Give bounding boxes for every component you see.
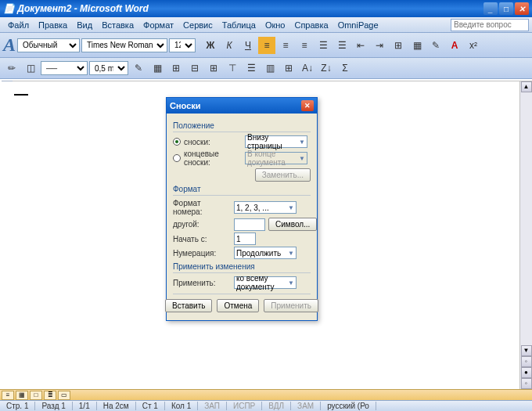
tables-toolbar: ✏ ◫ ── 0,5 пт ✎ ▦ ⊞ ⊟ ⊞ ⊤ ☰ ▥ ⊞ A↓ Z↓ Σ	[0, 58, 532, 79]
menu-file[interactable]: Файл	[3, 19, 34, 31]
bulleted-list-button[interactable]: ☰	[333, 37, 350, 54]
menu-tools[interactable]: Сервис	[178, 19, 217, 31]
sort-desc-button[interactable]: Z↓	[318, 59, 335, 77]
align-left-button[interactable]: ≡	[258, 37, 275, 54]
align-right-button[interactable]: ≡	[296, 37, 313, 54]
next-page-button[interactable]: ◦	[521, 378, 532, 389]
menu-format[interactable]: Формат	[138, 19, 178, 31]
start-at-spinner[interactable]: 1	[234, 233, 256, 245]
scroll-up-button[interactable]: ▲	[521, 81, 532, 92]
align-top-button[interactable]: ⊤	[224, 59, 241, 77]
custom-mark-label: другой:	[173, 220, 231, 229]
minimize-button[interactable]: _	[483, 2, 498, 15]
menubar: Файл Правка Вид Вставка Формат Сервис Та…	[0, 17, 532, 33]
status-section: Разд 1	[35, 402, 72, 410]
italic-button[interactable]: К	[221, 37, 238, 54]
print-view-button[interactable]: □	[30, 391, 42, 400]
line-weight-select[interactable]: 0,5 пт	[89, 61, 128, 75]
chevron-down-icon: ▼	[299, 139, 305, 146]
menu-table[interactable]: Таблица	[217, 19, 261, 31]
numbered-list-button[interactable]: ☰	[315, 37, 332, 54]
eraser-button[interactable]: ◫	[22, 59, 39, 77]
bold-button[interactable]: Ж	[202, 37, 219, 54]
style-pane-icon[interactable]: A	[3, 34, 16, 56]
browse-object-button[interactable]: ●	[521, 367, 532, 378]
numbering-label: Нумерация:	[173, 249, 231, 258]
outline-view-button[interactable]: ≣	[44, 391, 56, 400]
menu-edit[interactable]: Правка	[34, 19, 72, 31]
borders-button[interactable]: ▦	[408, 37, 426, 54]
numbering-combo[interactable]: Продолжить▼	[234, 247, 297, 259]
endnotes-radio-label[interactable]: концевые сноски:	[184, 150, 242, 167]
decrease-indent-button[interactable]: ⇤	[352, 37, 369, 54]
chevron-down-icon: ▼	[288, 250, 294, 257]
sort-asc-button[interactable]: A↓	[299, 59, 316, 77]
shading-button[interactable]: ▦	[149, 59, 166, 77]
size-select[interactable]: 12	[169, 38, 196, 52]
endnotes-radio[interactable]	[173, 154, 181, 162]
apply-to-combo[interactable]: ко всему документу▼	[234, 276, 297, 289]
status-ovr[interactable]: ЗАМ	[291, 402, 321, 410]
status-col: Кол 1	[165, 402, 198, 410]
insert-table-button[interactable]: ⊞	[167, 59, 185, 77]
highlight-button[interactable]: ✎	[427, 37, 444, 54]
maximize-button[interactable]: □	[499, 2, 513, 15]
cursor-mark	[14, 94, 28, 96]
dialog-titlebar[interactable]: Сноски ✕	[167, 98, 317, 114]
style-select[interactable]: Обычный	[17, 38, 80, 52]
footnotes-location-combo[interactable]: Внизу страницы▼	[245, 135, 307, 148]
web-view-button[interactable]: ▦	[16, 391, 28, 400]
start-at-label: Начать с:	[173, 235, 231, 243]
view-bar: ≡ ▦ □ ≣ ▭	[0, 389, 532, 400]
status-bar: Стр. 1 Разд 1 1/1 На 2см Ст 1 Кол 1 ЗАП …	[0, 400, 532, 411]
underline-button[interactable]: Ч	[239, 37, 257, 54]
chevron-down-icon: ▼	[288, 204, 294, 211]
status-lang[interactable]: русский (Ро	[321, 402, 376, 410]
menu-insert[interactable]: Вставка	[97, 19, 138, 31]
normal-view-button[interactable]: ≡	[2, 391, 14, 400]
reading-view-button[interactable]: ▭	[58, 391, 70, 400]
number-format-combo[interactable]: 1, 2, 3, ...▼	[234, 201, 297, 214]
increase-indent-button[interactable]: ⇥	[371, 37, 388, 54]
font-select[interactable]: Times New Roman	[81, 38, 167, 52]
symbol-button[interactable]: Символ...	[268, 218, 317, 231]
menu-view[interactable]: Вид	[72, 19, 97, 31]
prev-page-button[interactable]: ◦	[521, 356, 532, 367]
status-ext[interactable]: ВДЛ	[262, 402, 291, 410]
insert-button[interactable]: Вставить	[165, 299, 212, 312]
superscript-button[interactable]: x²	[465, 37, 482, 54]
dialog-title: Сноски	[170, 101, 201, 110]
distribute-rows-button[interactable]: ☰	[243, 59, 260, 77]
custom-mark-input[interactable]	[234, 218, 265, 231]
menu-help[interactable]: Справка	[289, 19, 332, 31]
split-cells-button[interactable]: ⊞	[205, 59, 222, 77]
chevron-down-icon: ▼	[288, 279, 294, 287]
autoformat-button[interactable]: ⊞	[280, 59, 297, 77]
help-search-input[interactable]	[451, 19, 529, 31]
line-style-select[interactable]: ──	[41, 61, 88, 75]
menu-omnipage[interactable]: OmniPage	[333, 19, 383, 31]
align-center-button[interactable]: ≡	[277, 37, 294, 54]
font-color-button[interactable]: A	[446, 37, 463, 54]
footnotes-radio-label[interactable]: сноски:	[184, 138, 242, 146]
group-position-label: Положение	[173, 121, 311, 130]
draw-table-button[interactable]: ✏	[3, 59, 20, 77]
number-format-label: Формат номера:	[173, 199, 231, 216]
scroll-down-button[interactable]: ▼	[521, 345, 532, 356]
footnotes-radio[interactable]	[173, 138, 181, 146]
status-trk[interactable]: ИСПР	[227, 402, 262, 410]
close-button[interactable]: ✕	[515, 2, 529, 15]
table-button[interactable]: ⊞	[390, 37, 407, 54]
dialog-close-button[interactable]: ✕	[301, 100, 314, 111]
status-rec[interactable]: ЗАП	[198, 402, 227, 410]
menu-window[interactable]: Окно	[261, 19, 290, 31]
autosum-button[interactable]: Σ	[336, 59, 354, 77]
distribute-cols-button[interactable]: ▥	[261, 59, 279, 77]
app-icon: 📄	[3, 3, 15, 14]
merge-cells-button[interactable]: ⊟	[186, 59, 203, 77]
vertical-scrollbar[interactable]: ▲ ▼ ◦ ● ◦	[519, 81, 532, 389]
group-format-label: Формат	[173, 185, 311, 193]
cancel-button[interactable]: Отмена	[217, 299, 259, 312]
border-color-button[interactable]: ✎	[130, 59, 147, 77]
chevron-down-icon: ▼	[299, 155, 305, 162]
